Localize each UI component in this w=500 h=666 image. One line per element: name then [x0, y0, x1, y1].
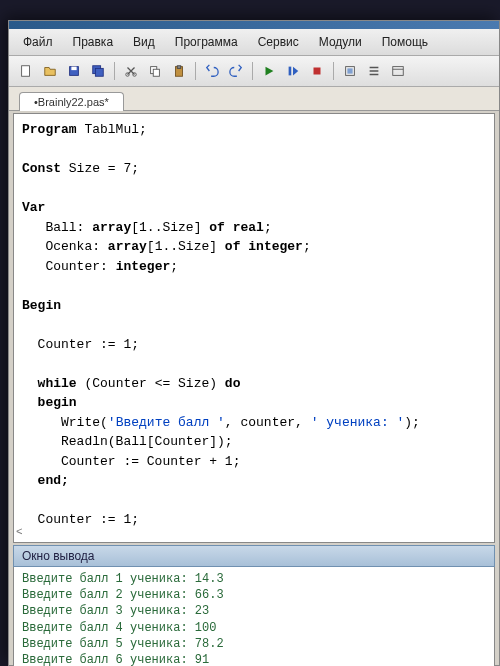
toolbar-separator: [252, 62, 253, 80]
svg-rect-8: [153, 69, 159, 76]
code-token: of: [209, 220, 225, 235]
output-panel-title: Окно вывода: [13, 545, 495, 567]
code-token: while: [38, 376, 77, 391]
step-icon[interactable]: [282, 60, 304, 82]
titlebar: [9, 21, 499, 29]
run-icon[interactable]: [258, 60, 280, 82]
code-token: Var: [22, 200, 45, 215]
output-line: Введите балл 3 ученика: 23: [22, 604, 209, 618]
code-token: );: [404, 415, 420, 430]
code-token: (Counter <= Size): [77, 376, 225, 391]
svg-rect-4: [95, 68, 103, 76]
menu-program[interactable]: Программа: [167, 33, 246, 51]
code-token: Size = 7;: [61, 161, 139, 176]
code-token: end;: [22, 473, 69, 488]
svg-rect-14: [347, 68, 352, 73]
code-token: array: [92, 220, 131, 235]
code-line: Counter := 1;: [22, 512, 139, 527]
toolbar: [9, 56, 499, 87]
code-editor[interactable]: Program TablMul; Const Size = 7; Var Bal…: [13, 113, 495, 543]
code-token: ;: [264, 220, 272, 235]
output-line: Введите балл 6 ученика: 91: [22, 653, 209, 666]
redo-icon[interactable]: [225, 60, 247, 82]
stop-icon[interactable]: [306, 60, 328, 82]
new-file-icon[interactable]: [15, 60, 37, 82]
code-token: Begin: [22, 298, 61, 313]
window-icon[interactable]: [387, 60, 409, 82]
menu-edit[interactable]: Правка: [65, 33, 122, 51]
save-all-icon[interactable]: [87, 60, 109, 82]
output-line: Введите балл 2 ученика: 66.3: [22, 588, 224, 602]
code-token: [1..Size]: [131, 220, 209, 235]
code-token: real: [233, 220, 264, 235]
svg-rect-0: [22, 66, 30, 77]
code-token: [225, 220, 233, 235]
code-token: Ocenka:: [22, 239, 108, 254]
code-token: , counter,: [225, 415, 311, 430]
open-file-icon[interactable]: [39, 60, 61, 82]
list-icon[interactable]: [363, 60, 385, 82]
code-token: Counter:: [22, 259, 116, 274]
code-token: Program: [22, 122, 77, 137]
code-token: [1..Size]: [147, 239, 225, 254]
scroll-left-icon[interactable]: <: [16, 524, 23, 541]
cut-icon[interactable]: [120, 60, 142, 82]
svg-rect-15: [393, 67, 404, 76]
menu-view[interactable]: Вид: [125, 33, 163, 51]
ide-window: Файл Правка Вид Программа Сервис Модули …: [8, 20, 500, 666]
module-icon[interactable]: [339, 60, 361, 82]
toolbar-separator: [195, 62, 196, 80]
code-token: ' ученика: ': [311, 415, 405, 430]
svg-rect-11: [289, 67, 292, 76]
output-line: Введите балл 5 ученика: 78.2: [22, 637, 224, 651]
svg-rect-2: [71, 67, 76, 71]
code-token: array: [108, 239, 147, 254]
code-line: Readln(Ball[Counter]);: [22, 434, 233, 449]
menu-service[interactable]: Сервис: [250, 33, 307, 51]
code-token: 'Введите балл ': [108, 415, 225, 430]
copy-icon[interactable]: [144, 60, 166, 82]
undo-icon[interactable]: [201, 60, 223, 82]
code-token: begin: [22, 395, 77, 410]
paste-icon[interactable]: [168, 60, 190, 82]
output-line: Введите балл 4 ученика: 100: [22, 621, 216, 635]
toolbar-separator: [333, 62, 334, 80]
code-token: ;: [170, 259, 178, 274]
code-token: Const: [22, 161, 61, 176]
code-token: of: [225, 239, 241, 254]
code-token: [22, 376, 38, 391]
output-line: Введите балл 1 ученика: 14.3: [22, 572, 224, 586]
code-token: integer: [248, 239, 303, 254]
svg-rect-12: [314, 68, 321, 75]
save-icon[interactable]: [63, 60, 85, 82]
code-token: ;: [303, 239, 311, 254]
code-token: integer: [116, 259, 171, 274]
menu-modules[interactable]: Модули: [311, 33, 370, 51]
menu-help[interactable]: Помощь: [374, 33, 436, 51]
code-token: do: [225, 376, 241, 391]
tab-file[interactable]: •Brainly22.pas*: [19, 92, 124, 111]
output-panel[interactable]: Введите балл 1 ученика: 14.3 Введите бал…: [13, 567, 495, 666]
code-token: TablMul;: [77, 122, 147, 137]
code-token: Write(: [22, 415, 108, 430]
svg-rect-10: [177, 66, 181, 69]
code-line: Counter := Counter + 1;: [22, 454, 240, 469]
code-token: Ball:: [22, 220, 92, 235]
menubar: Файл Правка Вид Программа Сервис Модули …: [9, 29, 499, 56]
tabbar: •Brainly22.pas*: [9, 87, 499, 111]
toolbar-separator: [114, 62, 115, 80]
code-line: Counter := 1;: [22, 337, 139, 352]
menu-file[interactable]: Файл: [15, 33, 61, 51]
